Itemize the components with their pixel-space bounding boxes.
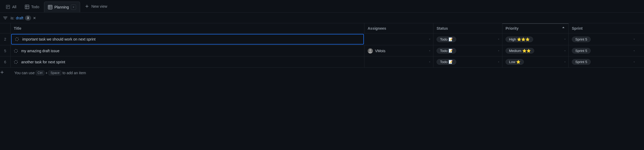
priority-cell[interactable]: Medium ⭐⭐ bbox=[502, 45, 569, 56]
column-header-status[interactable]: Status bbox=[433, 23, 502, 33]
assignees-cell[interactable] bbox=[364, 33, 433, 45]
issue-title: another task for next sprint bbox=[21, 60, 65, 64]
svg-point-0 bbox=[15, 38, 19, 41]
chevron-down-icon bbox=[428, 60, 431, 64]
kbd-ctrl: Ctrl bbox=[36, 70, 45, 75]
chevron-down-icon bbox=[497, 49, 500, 53]
add-item-row[interactable]: You can use Ctrl + Space to add an item bbox=[0, 68, 644, 78]
add-item-hint: You can use Ctrl + Space to add an item bbox=[11, 70, 86, 75]
title-cell[interactable]: important task we should work on next sp… bbox=[11, 34, 364, 45]
avatar bbox=[368, 48, 373, 54]
sprint-cell[interactable]: Sprint 5 bbox=[569, 33, 638, 45]
draft-issue-icon bbox=[14, 60, 18, 64]
column-header-sprint[interactable]: Sprint bbox=[569, 23, 638, 33]
issue-title: important task we should work on next sp… bbox=[22, 37, 95, 41]
add-column-button[interactable] bbox=[638, 23, 644, 33]
table-header-row: Title Assignees Status Priority Sprint bbox=[0, 23, 644, 33]
sprint-badge: Sprint 5 bbox=[572, 48, 591, 54]
sort-ascending-icon bbox=[562, 26, 565, 30]
svg-point-2 bbox=[369, 49, 371, 51]
priority-cell[interactable]: High ⭐⭐⭐ bbox=[502, 33, 569, 45]
tab-label: All bbox=[12, 5, 16, 9]
title-cell[interactable]: another task for next sprint bbox=[11, 56, 364, 67]
chevron-down-icon bbox=[633, 60, 636, 64]
column-header-priority[interactable]: Priority bbox=[502, 23, 569, 33]
priority-cell[interactable]: Low ⭐ bbox=[502, 56, 569, 67]
assignees-cell[interactable] bbox=[364, 56, 433, 67]
assignees-cell[interactable]: VMois bbox=[364, 45, 433, 56]
status-cell[interactable]: Todo 📝 bbox=[433, 56, 502, 67]
sprint-badge: Sprint 5 bbox=[572, 37, 591, 42]
row-number: 2 bbox=[0, 33, 11, 45]
tab-label: Planning bbox=[54, 5, 69, 9]
tab-all[interactable]: All bbox=[2, 2, 20, 12]
filter-icon[interactable] bbox=[3, 16, 7, 20]
table-icon bbox=[25, 5, 29, 9]
chevron-down-icon bbox=[564, 37, 566, 41]
tab-options-dropdown[interactable] bbox=[71, 5, 76, 10]
kbd-space: Space bbox=[49, 70, 61, 75]
assignee-name: VMois bbox=[375, 49, 385, 53]
column-header-assignees[interactable]: Assignees bbox=[364, 23, 433, 33]
filter-query[interactable]: is:draft 3 bbox=[11, 15, 36, 21]
new-view-label: New view bbox=[91, 4, 107, 8]
issue-title: my amazing draft issue bbox=[21, 49, 59, 53]
row-end-spacer bbox=[638, 56, 644, 67]
filter-value: draft bbox=[16, 16, 23, 20]
priority-badge: Low ⭐ bbox=[506, 59, 524, 65]
chevron-down-icon bbox=[564, 60, 566, 64]
new-view-button[interactable]: New view bbox=[81, 3, 111, 10]
tab-label: Todo bbox=[31, 5, 39, 9]
status-cell[interactable]: Todo 📝 bbox=[433, 45, 502, 56]
sprint-cell[interactable]: Sprint 5 bbox=[569, 45, 638, 56]
chevron-down-icon bbox=[564, 49, 566, 53]
title-cell[interactable]: my amazing draft issue bbox=[11, 45, 364, 56]
clear-filter-button[interactable] bbox=[33, 16, 36, 20]
filter-prefix: is: bbox=[11, 16, 14, 20]
table-row[interactable]: 6another task for next sprintTodo 📝Low ⭐… bbox=[0, 56, 644, 68]
project-icon bbox=[6, 5, 10, 9]
row-end-spacer bbox=[638, 33, 644, 45]
sprint-badge: Sprint 5 bbox=[572, 59, 591, 65]
filter-bar: is:draft 3 bbox=[0, 13, 644, 23]
priority-badge: High ⭐⭐⭐ bbox=[506, 37, 533, 42]
row-number: 5 bbox=[0, 45, 11, 56]
svg-point-3 bbox=[14, 60, 18, 64]
status-badge: Todo 📝 bbox=[437, 48, 456, 54]
draft-issue-icon bbox=[15, 37, 19, 41]
status-badge: Todo 📝 bbox=[437, 59, 456, 65]
row-number: 6 bbox=[0, 56, 11, 67]
tab-planning[interactable]: Planning bbox=[44, 2, 80, 12]
table-icon bbox=[48, 5, 52, 9]
chevron-down-icon bbox=[497, 60, 500, 64]
project-table: Title Assignees Status Priority Sprint 2… bbox=[0, 23, 644, 78]
chevron-down-icon bbox=[497, 37, 500, 41]
draft-issue-icon bbox=[14, 49, 18, 53]
plus-icon bbox=[0, 70, 11, 75]
status-badge: Todo 📝 bbox=[437, 37, 456, 42]
sprint-cell[interactable]: Sprint 5 bbox=[569, 56, 638, 67]
tab-todo[interactable]: Todo bbox=[21, 2, 43, 12]
chevron-down-icon bbox=[428, 49, 431, 53]
chevron-down-icon bbox=[633, 49, 636, 53]
svg-point-1 bbox=[14, 49, 18, 52]
row-number-header bbox=[0, 23, 11, 33]
column-header-title[interactable]: Title bbox=[11, 23, 364, 33]
chevron-down-icon bbox=[428, 37, 431, 41]
row-end-spacer bbox=[638, 45, 644, 56]
status-cell[interactable]: Todo 📝 bbox=[433, 33, 502, 45]
tabs-bar: All Todo Planning New view bbox=[0, 0, 644, 13]
chevron-down-icon bbox=[633, 37, 636, 41]
plus-icon bbox=[85, 4, 89, 8]
table-row[interactable]: 5my amazing draft issueVMoisTodo 📝Medium… bbox=[0, 45, 644, 56]
filter-count-badge: 3 bbox=[25, 15, 31, 21]
table-row[interactable]: 2important task we should work on next s… bbox=[0, 33, 644, 45]
priority-badge: Medium ⭐⭐ bbox=[506, 48, 534, 54]
